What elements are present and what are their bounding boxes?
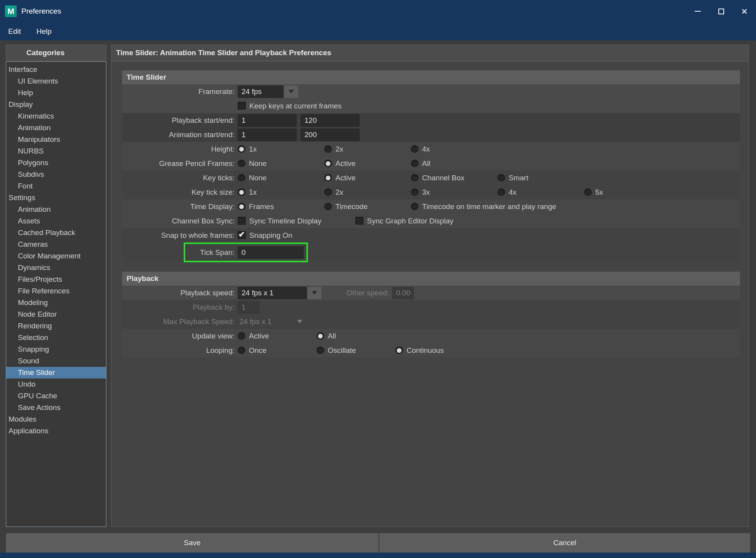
label-other-speed: Other speed: [322,289,389,297]
controls-update_view: ActiveAll [238,332,740,340]
sidebar-item-sound[interactable]: Sound [6,355,106,367]
update_view-all-radio[interactable] [316,332,324,340]
row-snap_whole_frames: Snap to whole frames:Snapping On [122,228,740,242]
page-title: Time Slider: Animation Time Slider and P… [111,45,749,61]
sidebar-item-color-management[interactable]: Color Management [6,250,106,262]
grease_pencil_frames-active-radio[interactable] [324,160,332,167]
sidebar-item-interface[interactable]: Interface [6,64,106,75]
sidebar-item-display[interactable]: Display [6,99,106,110]
sidebar-item-ui-elements[interactable]: UI Elements [6,75,106,87]
dropdown-arrow-button[interactable] [308,287,322,299]
time_display-option-frames: Frames [238,202,324,211]
key_tick_size-1x-radio[interactable] [238,188,245,196]
looping-once-radio[interactable] [238,347,245,354]
playback_startend-end-input[interactable]: 120 [301,114,360,127]
window-bottom-border [0,553,756,558]
close-button[interactable]: ✕ [733,0,756,23]
sidebar-item-files-projects[interactable]: Files/Projects [6,274,106,285]
key_ticks-none-radio[interactable] [238,174,245,182]
sidebar-item-node-editor[interactable]: Node Editor [6,309,106,320]
update_view-active-radio[interactable] [238,332,245,340]
sidebar-item-polygons[interactable]: Polygons [6,157,106,169]
dropdown-arrow-button[interactable] [284,85,298,98]
framerate-dropdown[interactable]: 24 fps [238,85,298,98]
sidebar-item-selection[interactable]: Selection [6,332,106,344]
key_tick_size-3x-radio[interactable] [411,188,419,196]
key_ticks-smart-label: Smart [509,174,528,182]
sidebar-item-modeling[interactable]: Modeling [6,297,106,309]
playback_startend-start-input[interactable]: 1 [238,114,297,127]
sidebar-item-manipulators[interactable]: Manipulators [6,134,106,145]
sidebar-item-subdivs[interactable]: Subdivs [6,169,106,180]
looping-option-oscillate: Oscillate [316,346,395,355]
height-2x-label: 2x [335,145,343,153]
sidebar-item-file-references[interactable]: File References [6,285,106,297]
sidebar-item-nurbs[interactable]: NURBS [6,145,106,157]
key_tick_size-option-1x: 1x [238,188,324,197]
time_display-option-timecode-on-time-marker-and-play-range: Timecode on time marker and play range [411,202,497,211]
sidebar-item-dynamics[interactable]: Dynamics [6,262,106,274]
sidebar-item-animation[interactable]: Animation [6,122,106,134]
controls-playback_speed: 24 fps x 1Other speed:0.00 [238,287,740,299]
channel_box_sync-sync-timeline-display-checkbox[interactable] [238,217,246,225]
snap_whole_frames-snapping-on-checkbox[interactable] [238,231,246,239]
label-playback_startend: Playback start/end: [122,116,235,125]
label-channel_box_sync: Channel Box Sync: [122,217,235,225]
sidebar-item-assets[interactable]: Assets [6,215,106,227]
sidebar-item-cached-playback[interactable]: Cached Playback [6,227,106,239]
channel_box_sync-sync-graph-editor-display-checkbox[interactable] [355,217,363,225]
sidebar-item-snapping[interactable]: Snapping [6,344,106,355]
update_view-option-active: Active [238,332,316,340]
sidebar-item-settings[interactable]: Settings [6,192,106,204]
animation_startend-start-input[interactable]: 1 [238,129,297,141]
sidebar-item-animation[interactable]: Animation [6,204,106,215]
key_tick_size-2x-radio[interactable] [324,188,332,196]
time_display-timecode-radio[interactable] [324,203,332,211]
grease_pencil_frames-all-radio[interactable] [411,160,419,167]
sidebar-item-save-actions[interactable]: Save Actions [6,402,106,413]
looping-oscillate-radio[interactable] [316,347,324,354]
key_tick_size-4x-radio[interactable] [497,188,505,196]
save-button[interactable]: Save [6,533,379,553]
minimize-button[interactable] [686,0,709,23]
maximize-button[interactable] [709,0,733,23]
sidebar-item-undo[interactable]: Undo [6,378,106,390]
sidebar-item-time-slider[interactable]: Time Slider [6,367,106,378]
label-key_tick_size: Key tick size: [122,188,235,197]
menu-edit[interactable]: Edit [8,27,21,36]
sidebar-item-help[interactable]: Help [6,87,106,99]
grease_pencil_frames-none-radio[interactable] [238,160,245,167]
update_view-all-label: All [328,332,336,340]
height-1x-radio[interactable] [238,145,245,153]
keep_keys-keep-keys-at-current-frames-checkbox[interactable] [238,102,246,110]
key_tick_size-5x-radio[interactable] [584,188,592,196]
sidebar-item-gpu-cache[interactable]: GPU Cache [6,390,106,402]
sidebar-item-applications[interactable]: Applications [6,425,106,437]
menu-help[interactable]: Help [36,27,52,36]
key_ticks-smart-radio[interactable] [497,174,505,182]
channel_box_sync-sync-graph-editor-display-label: Sync Graph Editor Display [367,217,454,225]
channel_box_sync-checkbox-cell: Sync Timeline Display [238,217,355,225]
tick_span-input[interactable]: 0 [238,246,304,259]
time_display-timecode-on-time-marker-and-play-range-radio[interactable] [411,203,419,211]
time_display-frames-radio[interactable] [238,203,245,211]
sidebar-item-cameras[interactable]: Cameras [6,239,106,250]
label-height: Height: [122,145,235,153]
height-4x-radio[interactable] [411,145,419,153]
sidebar-item-font[interactable]: Font [6,180,106,192]
animation_startend-end-input[interactable]: 200 [301,129,360,141]
key_ticks-channel-box-radio[interactable] [411,174,419,182]
playback_speed-dropdown[interactable]: 24 fps x 1 [238,287,322,299]
sidebar-item-modules[interactable]: Modules [6,413,106,425]
looping-continuous-radio[interactable] [395,347,403,354]
grease_pencil_frames-active-label: Active [335,159,356,168]
height-2x-radio[interactable] [324,145,332,153]
label-max_playback_speed: Max Playback Speed: [122,317,235,326]
sidebar-item-kinematics[interactable]: Kinematics [6,110,106,122]
looping-oscillate-label: Oscillate [328,346,356,355]
row-tick_span: Tick Span:0 [122,242,740,262]
key_ticks-active-radio[interactable] [324,174,332,182]
sidebar-item-rendering[interactable]: Rendering [6,320,106,332]
row-keep_keys: Keep keys at current frames [122,99,740,113]
cancel-button[interactable]: Cancel [379,533,750,553]
